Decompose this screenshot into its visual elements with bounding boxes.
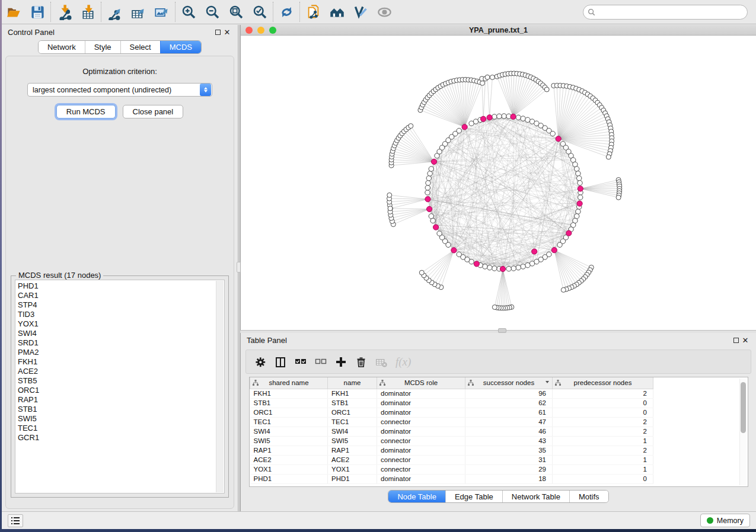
close-panel-icon[interactable]: ✕ bbox=[222, 27, 232, 37]
mcds-result-item[interactable]: TEC1 bbox=[15, 424, 224, 433]
cell-shared_name[interactable]: FKH1 bbox=[250, 389, 328, 398]
cell-name[interactable]: ACE2 bbox=[328, 455, 377, 464]
task-history-button[interactable] bbox=[8, 514, 23, 527]
mcds-result-item[interactable]: CAR1 bbox=[15, 291, 224, 300]
cell-predecessors[interactable]: 2 bbox=[553, 446, 653, 455]
cell-role[interactable]: dominator bbox=[377, 474, 465, 483]
table-tab-edge-table[interactable]: Edge Table bbox=[445, 491, 502, 502]
table-scrollbar-thumb[interactable] bbox=[741, 382, 746, 433]
create-column-button[interactable] bbox=[335, 356, 347, 368]
mcds-result-item[interactable]: FKH1 bbox=[15, 357, 224, 367]
cell-predecessors[interactable]: 0 bbox=[553, 474, 653, 483]
mcds-result-item[interactable]: STB5 bbox=[15, 376, 224, 386]
tab-mcds[interactable]: MCDS bbox=[160, 41, 201, 53]
zoom-fit-button[interactable] bbox=[224, 1, 248, 23]
cell-successors[interactable]: 47 bbox=[465, 417, 553, 427]
table-tab-motifs[interactable]: Motifs bbox=[569, 491, 608, 502]
cell-name[interactable]: FKH1 bbox=[328, 389, 377, 398]
mcds-result-item[interactable]: RAP1 bbox=[15, 395, 224, 405]
table-tab-network-table[interactable]: Network Table bbox=[502, 491, 569, 502]
zoom-in-button[interactable] bbox=[177, 1, 200, 23]
cell-name[interactable]: RAP1 bbox=[328, 446, 377, 455]
column-header-successor-nodes[interactable]: successor nodes bbox=[465, 377, 553, 389]
cell-successors[interactable]: 96 bbox=[465, 389, 553, 398]
cell-shared_name[interactable]: ACE2 bbox=[250, 455, 328, 464]
float-panel-icon[interactable] bbox=[213, 27, 222, 37]
table-row[interactable]: YOX1YOX1connector291 bbox=[250, 464, 653, 474]
mcds-result-item[interactable]: GCR1 bbox=[15, 433, 224, 443]
cell-name[interactable]: ORC1 bbox=[328, 408, 377, 417]
cell-name[interactable]: YOX1 bbox=[328, 464, 377, 474]
column-header-MCDS-role[interactable]: MCDS role bbox=[377, 377, 465, 389]
close-panel-button[interactable]: Close panel bbox=[123, 105, 184, 118]
cell-predecessors[interactable]: 2 bbox=[553, 427, 653, 436]
mcds-result-item[interactable]: SWI5 bbox=[15, 414, 224, 424]
cell-successors[interactable]: 31 bbox=[465, 455, 553, 464]
search-input[interactable] bbox=[583, 5, 748, 20]
table-row[interactable]: ACE2ACE2connector311 bbox=[250, 455, 653, 464]
vizmapper-button[interactable] bbox=[349, 1, 372, 23]
cell-successors[interactable]: 18 bbox=[465, 474, 553, 483]
column-header-name[interactable]: name bbox=[328, 377, 377, 389]
cell-name[interactable]: TEC1 bbox=[328, 417, 377, 427]
cell-role[interactable]: dominator bbox=[377, 398, 465, 408]
cell-shared_name[interactable]: YOX1 bbox=[250, 464, 328, 474]
table-row[interactable]: FKH1FKH1dominator962 bbox=[250, 389, 653, 398]
table-row[interactable]: PHD1PHD1dominator180 bbox=[250, 474, 653, 483]
cell-shared_name[interactable]: STB1 bbox=[250, 398, 328, 408]
cell-successors[interactable]: 29 bbox=[465, 464, 553, 474]
cell-role[interactable]: connector bbox=[377, 464, 465, 474]
export-table-button[interactable] bbox=[126, 1, 150, 23]
export-network-button[interactable] bbox=[103, 1, 126, 23]
cell-shared_name[interactable]: SWI5 bbox=[250, 436, 328, 446]
apply-preferred-layout-button[interactable] bbox=[275, 1, 298, 23]
mcds-result-item[interactable]: STB1 bbox=[15, 405, 224, 414]
cell-predecessors[interactable]: 1 bbox=[553, 455, 653, 464]
zoom-selected-button[interactable] bbox=[248, 1, 272, 23]
cell-predecessors[interactable]: 0 bbox=[553, 408, 653, 417]
cell-role[interactable]: dominator bbox=[377, 408, 465, 417]
network-graph[interactable] bbox=[241, 36, 756, 330]
cell-predecessors[interactable]: 2 bbox=[553, 417, 653, 427]
memory-button[interactable]: Memory bbox=[700, 514, 750, 527]
mcds-result-item[interactable]: YOX1 bbox=[15, 319, 224, 329]
tab-network[interactable]: Network bbox=[39, 41, 85, 53]
table-row[interactable]: ORC1ORC1dominator610 bbox=[250, 408, 653, 417]
close-table-panel-icon[interactable]: ✕ bbox=[741, 335, 750, 345]
cell-name[interactable]: PHD1 bbox=[328, 474, 377, 483]
table-row[interactable]: SWI5SWI5connector431 bbox=[250, 436, 653, 446]
cell-shared_name[interactable]: RAP1 bbox=[250, 446, 328, 455]
cell-role[interactable]: connector bbox=[377, 417, 465, 427]
cell-shared_name[interactable]: ORC1 bbox=[250, 408, 328, 417]
cell-predecessors[interactable]: 1 bbox=[553, 464, 653, 474]
zoom-out-button[interactable] bbox=[200, 1, 224, 23]
node-table[interactable]: shared namenameMCDS rolesuccessor nodesp… bbox=[249, 377, 748, 487]
open-session-button[interactable] bbox=[2, 1, 25, 23]
cell-shared_name[interactable]: SWI4 bbox=[250, 427, 328, 436]
unselect-all-button[interactable] bbox=[315, 356, 327, 368]
cell-role[interactable]: dominator bbox=[377, 446, 465, 455]
run-mcds-button[interactable]: Run MCDS bbox=[56, 105, 116, 118]
cell-role[interactable]: dominator bbox=[377, 389, 465, 398]
save-session-button[interactable] bbox=[25, 1, 49, 23]
mcds-result-item[interactable]: PMA2 bbox=[15, 348, 224, 357]
table-tab-node-table[interactable]: Node Table bbox=[388, 491, 445, 502]
tab-style[interactable]: Style bbox=[85, 41, 120, 53]
float-table-panel-icon[interactable] bbox=[731, 335, 741, 345]
cell-predecessors[interactable]: 0 bbox=[553, 398, 653, 408]
import-table-from-file-button[interactable] bbox=[76, 1, 100, 23]
show-columns-button[interactable] bbox=[275, 356, 286, 368]
mcds-result-item[interactable]: SWI4 bbox=[15, 329, 224, 338]
cell-successors[interactable]: 43 bbox=[465, 436, 553, 446]
cell-successors[interactable]: 61 bbox=[465, 408, 553, 417]
cell-predecessors[interactable]: 2 bbox=[553, 389, 653, 398]
cell-role[interactable]: connector bbox=[377, 436, 465, 446]
cell-name[interactable]: SWI4 bbox=[328, 427, 377, 436]
new-network-from-selection-button[interactable] bbox=[301, 1, 325, 23]
tab-select[interactable]: Select bbox=[120, 41, 160, 53]
cell-shared_name[interactable]: PHD1 bbox=[250, 474, 328, 483]
optimization-dropdown[interactable]: largest connected component (undirected) bbox=[27, 83, 212, 97]
cell-successors[interactable]: 46 bbox=[465, 427, 553, 436]
cell-role[interactable]: dominator bbox=[377, 427, 465, 436]
import-network-from-file-button[interactable] bbox=[52, 1, 76, 23]
